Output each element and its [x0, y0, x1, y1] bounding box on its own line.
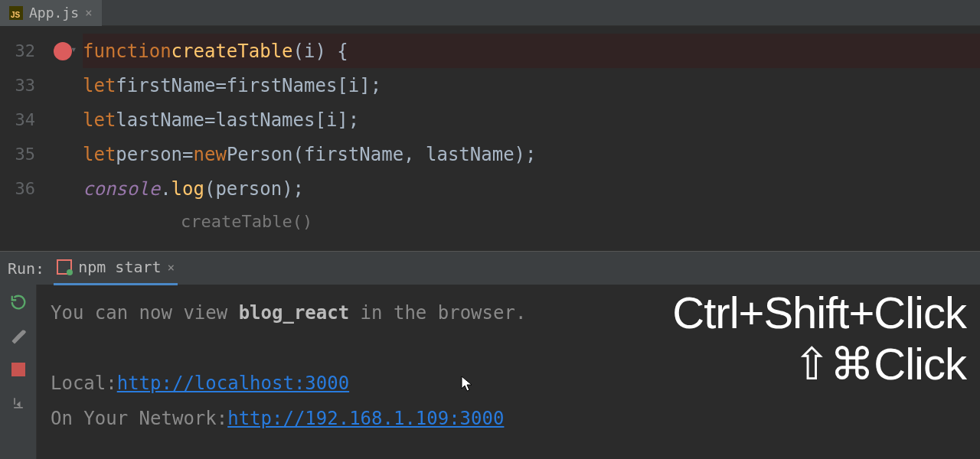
fold-icon[interactable]: ▾	[70, 43, 77, 55]
js-file-icon: JS	[9, 6, 23, 20]
line-number[interactable]: 34	[0, 103, 43, 137]
stop-icon[interactable]	[10, 361, 27, 378]
run-config-tab[interactable]: npm start ×	[54, 252, 178, 285]
npm-icon	[57, 259, 72, 275]
code-line[interactable]: let lastName = lastNames[i];	[83, 103, 980, 137]
shortcut-mac: ⇧⌘Click	[672, 339, 966, 390]
line-number[interactable]: 36	[0, 171, 43, 206]
editor-tabs: JS App.js ×	[0, 0, 980, 26]
close-icon[interactable]: ×	[168, 260, 175, 275]
line-number[interactable]: 32	[0, 34, 43, 68]
file-tab-label: App.js	[29, 5, 79, 21]
file-tab-appjs[interactable]: JS App.js ×	[0, 0, 102, 26]
editor-area: 32 33 34 35 36 ▾ function createTable(i)…	[0, 26, 980, 251]
breakpoint-icon[interactable]	[54, 42, 72, 60]
network-url-link[interactable]: http://192.168.1.109:3000	[227, 408, 504, 429]
code-pane[interactable]: function createTable(i) { let firstName …	[83, 26, 980, 251]
shortcut-win: Ctrl+Shift+Click	[672, 288, 966, 339]
line-number[interactable]: 33	[0, 68, 43, 103]
wrench-icon[interactable]	[10, 327, 27, 344]
parameter-hint: createTable()	[83, 206, 980, 236]
rerun-icon[interactable]	[10, 294, 27, 311]
scroll-to-end-icon[interactable]	[10, 395, 27, 412]
code-line[interactable]: function createTable(i) {	[83, 34, 980, 68]
close-icon[interactable]: ×	[85, 5, 93, 20]
run-config-label: npm start	[78, 258, 161, 276]
code-line[interactable]: console.log(person);	[83, 171, 980, 206]
run-label: Run:	[5, 259, 44, 278]
local-url-link[interactable]: http://localhost:3000	[117, 373, 349, 394]
shortcut-overlay: Ctrl+Shift+Click ⇧⌘Click	[672, 288, 966, 389]
run-toolbar	[0, 285, 37, 459]
line-number-gutter: 32 33 34 35 36	[0, 26, 43, 251]
console-line: On Your Network: http://192.168.1.109:30…	[51, 401, 971, 436]
code-line[interactable]: let firstName = firstNames[i];	[83, 68, 980, 103]
line-number[interactable]: 35	[0, 137, 43, 171]
code-line[interactable]: let person = new Person(firstName, lastN…	[83, 137, 980, 171]
breakpoint-gutter[interactable]: ▾	[43, 26, 83, 251]
run-tool-header: Run: npm start ×	[0, 251, 980, 285]
console-output[interactable]: You can now view blog_react in the brows…	[37, 285, 980, 459]
run-tool-body: You can now view blog_react in the brows…	[0, 285, 980, 459]
